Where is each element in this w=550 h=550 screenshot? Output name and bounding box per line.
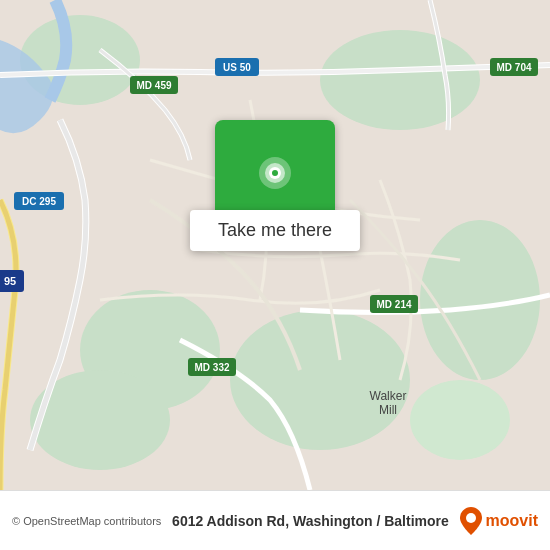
map-container: US 50 MD 704 MD 459 DC 295 95 MD 214 MD … [0, 0, 550, 490]
moovit-logo: moovit [460, 507, 538, 535]
attribution-text: © OpenStreetMap contributors [12, 515, 161, 527]
svg-text:US 50: US 50 [223, 62, 251, 73]
svg-text:MD 459: MD 459 [136, 80, 171, 91]
moovit-label: moovit [486, 512, 538, 530]
svg-text:95: 95 [4, 275, 16, 287]
svg-text:MD 332: MD 332 [194, 362, 229, 373]
svg-text:MD 704: MD 704 [496, 62, 531, 73]
svg-point-28 [466, 513, 476, 523]
svg-text:MD 214: MD 214 [376, 299, 411, 310]
svg-text:Walker: Walker [370, 389, 407, 403]
take-me-there-button[interactable]: Take me there [190, 210, 360, 251]
svg-point-2 [320, 30, 480, 130]
address-label: 6012 Addison Rd, Washington / Baltimore [161, 513, 459, 529]
svg-point-27 [272, 170, 278, 176]
svg-point-3 [230, 310, 410, 450]
moovit-pin-icon [460, 507, 482, 535]
footer: © OpenStreetMap contributors 6012 Addiso… [0, 490, 550, 550]
svg-text:DC 295: DC 295 [22, 196, 56, 207]
svg-point-6 [410, 380, 510, 460]
footer-attribution: © OpenStreetMap contributors [12, 515, 161, 527]
location-pin-icon [251, 151, 299, 199]
svg-text:Mill: Mill [379, 403, 397, 417]
